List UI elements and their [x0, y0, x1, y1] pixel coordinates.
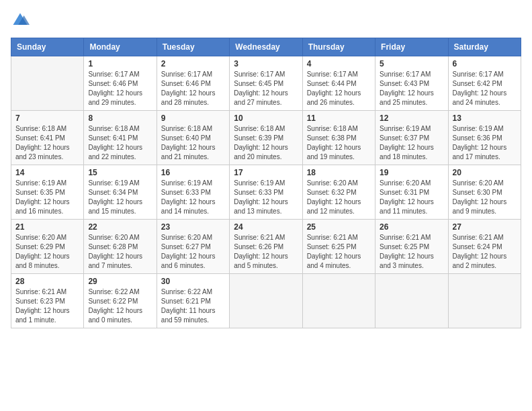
day-info: Sunrise: 6:19 AM Sunset: 6:37 PM Dayligh… [380, 124, 443, 162]
calendar-cell: 11Sunrise: 6:18 AM Sunset: 6:38 PM Dayli… [302, 111, 375, 165]
day-info: Sunrise: 6:22 AM Sunset: 6:21 PM Dayligh… [161, 287, 225, 325]
day-number: 10 [234, 113, 298, 123]
calendar-cell: 24Sunrise: 6:21 AM Sunset: 6:26 PM Dayli… [230, 220, 302, 274]
day-info: Sunrise: 6:17 AM Sunset: 6:45 PM Dayligh… [234, 70, 298, 107]
day-number: 6 [453, 59, 517, 68]
calendar-cell: 27Sunrise: 6:21 AM Sunset: 6:24 PM Dayli… [448, 220, 521, 274]
day-number: 24 [234, 222, 298, 232]
day-number: 19 [380, 168, 443, 177]
day-info: Sunrise: 6:17 AM Sunset: 6:44 PM Dayligh… [307, 70, 371, 107]
calendar-cell: 2Sunrise: 6:17 AM Sunset: 6:46 PM Daylig… [157, 56, 229, 111]
day-info: Sunrise: 6:22 AM Sunset: 6:22 PM Dayligh… [88, 287, 152, 325]
day-info: Sunrise: 6:21 AM Sunset: 6:25 PM Dayligh… [307, 233, 371, 271]
day-number: 13 [453, 113, 517, 123]
logo [11, 11, 32, 30]
calendar-cell: 10Sunrise: 6:18 AM Sunset: 6:39 PM Dayli… [230, 111, 302, 165]
calendar-week-5: 28Sunrise: 6:21 AM Sunset: 6:23 PM Dayli… [11, 274, 521, 328]
calendar-cell: 1Sunrise: 6:17 AM Sunset: 6:46 PM Daylig… [84, 56, 157, 111]
day-info: Sunrise: 6:20 AM Sunset: 6:29 PM Dayligh… [15, 233, 79, 271]
calendar-header-wednesday: Wednesday [230, 38, 302, 56]
day-number: 28 [15, 277, 79, 286]
calendar-cell: 15Sunrise: 6:19 AM Sunset: 6:34 PM Dayli… [84, 165, 157, 220]
day-number: 25 [307, 222, 371, 232]
day-number: 9 [161, 113, 225, 123]
calendar-week-2: 7Sunrise: 6:18 AM Sunset: 6:41 PM Daylig… [11, 111, 521, 165]
calendar-cell: 26Sunrise: 6:21 AM Sunset: 6:25 PM Dayli… [375, 220, 448, 274]
day-info: Sunrise: 6:19 AM Sunset: 6:35 PM Dayligh… [15, 179, 79, 216]
day-number: 14 [15, 168, 79, 177]
calendar-cell: 13Sunrise: 6:19 AM Sunset: 6:36 PM Dayli… [448, 111, 521, 165]
calendar-week-4: 21Sunrise: 6:20 AM Sunset: 6:29 PM Dayli… [11, 220, 521, 274]
calendar-cell: 21Sunrise: 6:20 AM Sunset: 6:29 PM Dayli… [11, 220, 84, 274]
calendar-cell: 28Sunrise: 6:21 AM Sunset: 6:23 PM Dayli… [11, 274, 84, 328]
day-number: 20 [453, 168, 517, 177]
day-info: Sunrise: 6:20 AM Sunset: 6:30 PM Dayligh… [453, 179, 517, 216]
calendar-cell [11, 56, 84, 111]
day-number: 4 [307, 59, 371, 68]
day-info: Sunrise: 6:20 AM Sunset: 6:31 PM Dayligh… [380, 179, 443, 216]
day-info: Sunrise: 6:17 AM Sunset: 6:46 PM Dayligh… [161, 70, 225, 107]
page-header [11, 11, 521, 30]
calendar-cell: 25Sunrise: 6:21 AM Sunset: 6:25 PM Dayli… [302, 220, 375, 274]
day-number: 1 [88, 59, 152, 68]
calendar-header-thursday: Thursday [302, 38, 375, 56]
day-info: Sunrise: 6:21 AM Sunset: 6:23 PM Dayligh… [15, 287, 79, 325]
day-number: 27 [453, 222, 517, 232]
calendar-body: 1Sunrise: 6:17 AM Sunset: 6:46 PM Daylig… [11, 56, 521, 328]
day-info: Sunrise: 6:18 AM Sunset: 6:38 PM Dayligh… [307, 124, 371, 162]
day-info: Sunrise: 6:21 AM Sunset: 6:26 PM Dayligh… [234, 233, 298, 271]
calendar-cell: 6Sunrise: 6:17 AM Sunset: 6:42 PM Daylig… [448, 56, 521, 111]
calendar-cell: 7Sunrise: 6:18 AM Sunset: 6:41 PM Daylig… [11, 111, 84, 165]
day-number: 5 [380, 59, 443, 68]
day-number: 22 [88, 222, 152, 232]
day-number: 2 [161, 59, 225, 68]
day-info: Sunrise: 6:18 AM Sunset: 6:41 PM Dayligh… [15, 124, 79, 162]
day-info: Sunrise: 6:18 AM Sunset: 6:40 PM Dayligh… [161, 124, 225, 162]
calendar-cell: 23Sunrise: 6:20 AM Sunset: 6:27 PM Dayli… [157, 220, 229, 274]
calendar-header-saturday: Saturday [448, 38, 521, 56]
day-number: 30 [161, 277, 225, 286]
day-info: Sunrise: 6:21 AM Sunset: 6:24 PM Dayligh… [453, 233, 517, 271]
day-info: Sunrise: 6:19 AM Sunset: 6:33 PM Dayligh… [161, 179, 225, 216]
calendar-header-monday: Monday [84, 38, 157, 56]
day-info: Sunrise: 6:20 AM Sunset: 6:27 PM Dayligh… [161, 233, 225, 271]
calendar-header-friday: Friday [375, 38, 448, 56]
calendar-header-sunday: Sunday [11, 38, 84, 56]
calendar-cell: 18Sunrise: 6:20 AM Sunset: 6:32 PM Dayli… [302, 165, 375, 220]
calendar-cell [302, 274, 375, 328]
day-info: Sunrise: 6:19 AM Sunset: 6:36 PM Dayligh… [453, 124, 517, 162]
calendar-cell: 16Sunrise: 6:19 AM Sunset: 6:33 PM Dayli… [157, 165, 229, 220]
day-info: Sunrise: 6:18 AM Sunset: 6:41 PM Dayligh… [88, 124, 152, 162]
calendar-cell: 20Sunrise: 6:20 AM Sunset: 6:30 PM Dayli… [448, 165, 521, 220]
calendar-cell: 14Sunrise: 6:19 AM Sunset: 6:35 PM Dayli… [11, 165, 84, 220]
day-info: Sunrise: 6:20 AM Sunset: 6:32 PM Dayligh… [307, 179, 371, 216]
calendar-cell [375, 274, 448, 328]
calendar-cell: 17Sunrise: 6:19 AM Sunset: 6:33 PM Dayli… [230, 165, 302, 220]
calendar-cell: 22Sunrise: 6:20 AM Sunset: 6:28 PM Dayli… [84, 220, 157, 274]
day-number: 21 [15, 222, 79, 232]
logo-icon [11, 11, 30, 30]
day-info: Sunrise: 6:17 AM Sunset: 6:46 PM Dayligh… [88, 70, 152, 107]
calendar-week-1: 1Sunrise: 6:17 AM Sunset: 6:46 PM Daylig… [11, 56, 521, 111]
day-info: Sunrise: 6:17 AM Sunset: 6:43 PM Dayligh… [380, 70, 443, 107]
calendar-cell: 3Sunrise: 6:17 AM Sunset: 6:45 PM Daylig… [230, 56, 302, 111]
day-info: Sunrise: 6:18 AM Sunset: 6:39 PM Dayligh… [234, 124, 298, 162]
calendar-table: SundayMondayTuesdayWednesdayThursdayFrid… [11, 38, 521, 328]
day-number: 7 [15, 113, 79, 123]
day-number: 11 [307, 113, 371, 123]
day-number: 8 [88, 113, 152, 123]
calendar-cell: 30Sunrise: 6:22 AM Sunset: 6:21 PM Dayli… [157, 274, 229, 328]
day-number: 23 [161, 222, 225, 232]
day-number: 15 [88, 168, 152, 177]
calendar-cell: 9Sunrise: 6:18 AM Sunset: 6:40 PM Daylig… [157, 111, 229, 165]
day-info: Sunrise: 6:17 AM Sunset: 6:42 PM Dayligh… [453, 70, 517, 107]
calendar-header-tuesday: Tuesday [157, 38, 229, 56]
day-info: Sunrise: 6:20 AM Sunset: 6:28 PM Dayligh… [88, 233, 152, 271]
day-number: 12 [380, 113, 443, 123]
calendar-cell [230, 274, 302, 328]
day-number: 17 [234, 168, 298, 177]
day-number: 16 [161, 168, 225, 177]
day-info: Sunrise: 6:19 AM Sunset: 6:33 PM Dayligh… [234, 179, 298, 216]
day-info: Sunrise: 6:19 AM Sunset: 6:34 PM Dayligh… [88, 179, 152, 216]
calendar-cell: 5Sunrise: 6:17 AM Sunset: 6:43 PM Daylig… [375, 56, 448, 111]
